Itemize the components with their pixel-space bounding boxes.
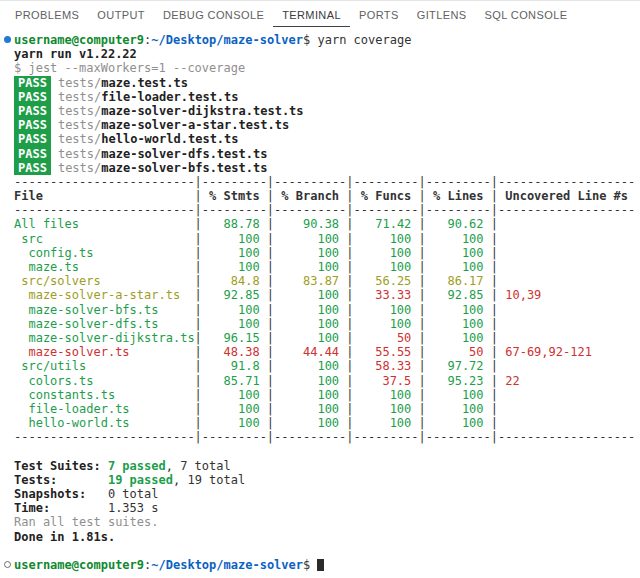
pass-badge: PASS (14, 104, 51, 118)
test-file: hello-world.test.ts (101, 132, 238, 146)
summary-snapshots: Snapshots: 0 total (14, 487, 640, 501)
test-file: maze-solver-dijkstra.test.ts (101, 104, 303, 118)
test-dir: tests/ (58, 104, 101, 118)
summary-total: 0 total (108, 487, 159, 501)
yarn-run-line: yarn run v1.22.22 (14, 47, 640, 61)
tab-sql-console[interactable]: SQL CONSOLE (476, 3, 577, 27)
stmts-cell: 100 (195, 317, 267, 331)
prompt-path: ~/Desktop/maze-solver (151, 33, 303, 47)
pass-badge: PASS (14, 132, 51, 146)
funcs-cell: 100 (346, 246, 418, 260)
tab-debug-console[interactable]: DEBUG CONSOLE (154, 3, 273, 27)
summary-label: Test Suites: (14, 459, 108, 473)
table-row: maze-solver-a-star.ts92.8510033.3392.851… (14, 288, 640, 302)
stmts-cell: 96.15 (195, 331, 267, 345)
stmts-cell: 100 (195, 246, 267, 260)
tab-gitlens[interactable]: GITLENS (408, 3, 476, 27)
stmts-cell: 92.85 (195, 288, 267, 302)
branch-cell: 83.87 (267, 274, 346, 288)
branch-cell: 100 (267, 317, 346, 331)
branch-cell: 100 (267, 374, 346, 388)
funcs-cell: 56.25 (346, 274, 418, 288)
stmts-cell: 100 (195, 416, 267, 430)
summary-total: , 19 total (173, 473, 245, 487)
test-file: file-loader.test.ts (101, 90, 238, 104)
test-result-line: PASStests/maze-solver-dfs.test.ts (14, 147, 640, 161)
pass-badge: PASS (14, 147, 51, 161)
stmts-cell: 88.78 (195, 217, 267, 231)
lines-cell: 92.85 (419, 288, 491, 302)
tab-output[interactable]: OUTPUT (88, 3, 154, 27)
tab-ports[interactable]: PORTS (350, 3, 408, 27)
lines-cell: 97.72 (419, 359, 491, 373)
test-file: maze-solver-bfs.test.ts (101, 161, 267, 175)
file-cell: file-loader.ts (14, 402, 195, 416)
vscode-bottom-panel: PROBLEMSOUTPUTDEBUG CONSOLETERMINALPORTS… (0, 0, 640, 578)
terminal[interactable]: username@computer9:~/Desktop/maze-solver… (0, 27, 640, 572)
test-result-line: PASStests/maze-solver-dijkstra.test.ts (14, 104, 640, 118)
funcs-cell: 37.5 (346, 374, 418, 388)
test-result-line: PASStests/maze-solver-a-star.test.ts (14, 118, 640, 132)
test-dir: tests/ (58, 90, 101, 104)
branch-cell: 100 (267, 331, 346, 345)
header-uncovered: Uncovered Line #s (491, 189, 635, 203)
pass-badge: PASS (14, 161, 51, 175)
pass-badge: PASS (14, 76, 51, 90)
terminal-prompt-line: username@computer9:~/Desktop/maze-solver… (14, 33, 640, 47)
file-cell: constants.ts (14, 388, 195, 402)
prompt-user-host: username@computer9 (14, 558, 144, 572)
funcs-cell: 55.55 (346, 345, 418, 359)
stmts-cell: 100 (195, 232, 267, 246)
branch-cell: 100 (267, 416, 346, 430)
tab-problems[interactable]: PROBLEMS (6, 3, 88, 27)
stmts-cell: 100 (195, 303, 267, 317)
command-pending-decoration-icon[interactable] (4, 561, 11, 568)
lines-cell: 100 (419, 317, 491, 331)
file-cell: maze-solver-bfs.ts (14, 303, 195, 317)
header-branch: % Branch (267, 189, 346, 203)
summary-label: Snapshots: (14, 487, 108, 501)
lines-cell: 100 (419, 416, 491, 430)
header-lines: % Lines (419, 189, 491, 203)
table-separator: -------------------------|---------|----… (14, 203, 640, 217)
test-result-line: PASStests/file-loader.test.ts (14, 90, 640, 104)
funcs-cell: 50 (346, 331, 418, 345)
terminal-cursor (317, 559, 324, 571)
tab-terminal[interactable]: TERMINAL (273, 3, 350, 27)
file-cell: hello-world.ts (14, 416, 195, 430)
lines-cell: 100 (419, 388, 491, 402)
lines-cell: 100 (419, 303, 491, 317)
funcs-cell: 100 (346, 232, 418, 246)
summary-total: , 7 total (166, 459, 231, 473)
summary-tests: Tests: 19 passed, 19 total (14, 473, 640, 487)
file-cell: src/solvers (14, 274, 195, 288)
funcs-cell: 58.33 (346, 359, 418, 373)
funcs-cell: 100 (346, 416, 418, 430)
table-row: file-loader.ts100100100100 (14, 402, 640, 416)
command-success-decoration-icon[interactable] (4, 36, 11, 43)
yarn-done-line: Done in 1.81s. (14, 530, 640, 544)
panel-tab-bar: PROBLEMSOUTPUTDEBUG CONSOLETERMINALPORTS… (0, 0, 640, 27)
funcs-cell: 100 (346, 402, 418, 416)
branch-cell: 100 (267, 232, 346, 246)
branch-cell: 90.38 (267, 217, 346, 231)
lines-cell: 100 (419, 246, 491, 260)
stmts-cell: 100 (195, 388, 267, 402)
lines-cell: 100 (419, 260, 491, 274)
table-row: src/solvers84.883.8756.2586.17 (14, 274, 640, 288)
stmts-cell: 48.38 (195, 345, 267, 359)
table-separator: -------------------------|---------|----… (14, 430, 640, 444)
table-row: All files88.7890.3871.4290.62 (14, 217, 640, 231)
blank-line (14, 444, 640, 458)
summary-time: Time: 1.353 s (14, 501, 640, 515)
lines-cell: 100 (419, 232, 491, 246)
file-cell: src/utils (14, 359, 195, 373)
branch-cell: 100 (267, 246, 346, 260)
file-cell: src (14, 232, 195, 246)
terminal-prompt-line: username@computer9:~/Desktop/maze-solver… (14, 558, 640, 572)
lines-cell: 100 (419, 331, 491, 345)
file-cell: config.ts (14, 246, 195, 260)
test-result-line: PASStests/maze.test.ts (14, 76, 640, 90)
file-cell: maze-solver-a-star.ts (14, 288, 195, 302)
lines-cell: 95.23 (419, 374, 491, 388)
